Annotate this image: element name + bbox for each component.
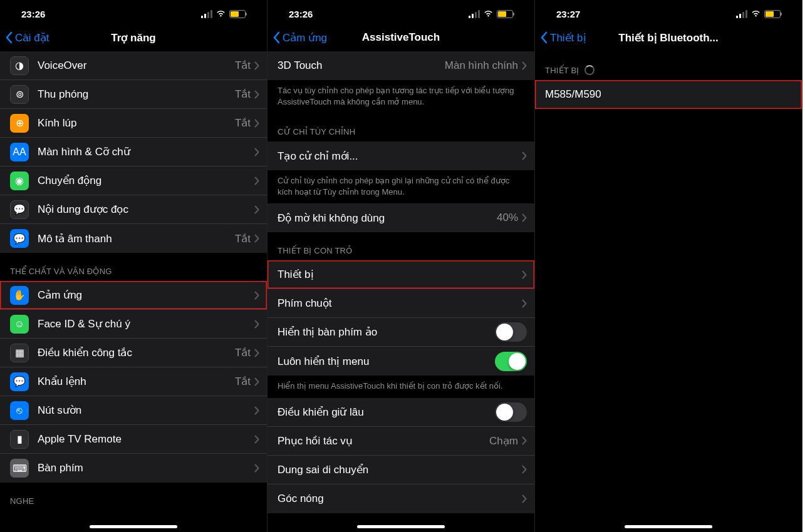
- settings-row[interactable]: Điều khiển giữ lâu: [267, 398, 534, 427]
- tv-remote-icon: ▮: [10, 430, 29, 449]
- section-header-label: CỬ CHỈ TÙY CHỈNH: [278, 127, 355, 136]
- switch-icon: ▦: [10, 344, 29, 362]
- voice-ctrl-icon: 💬: [10, 372, 29, 391]
- signal-icon: [201, 10, 212, 18]
- back-label: Thiết bị: [550, 31, 586, 44]
- back-button[interactable]: Cảm ứng: [267, 31, 327, 44]
- settings-list: Tạo cử chỉ mới...: [267, 141, 534, 170]
- settings-row[interactable]: Luôn hiển thị menu: [267, 347, 534, 376]
- text-size-icon: AA: [10, 143, 29, 161]
- back-label: Cài đặt: [15, 31, 49, 44]
- toggle-switch[interactable]: [495, 402, 527, 422]
- chevron-right-icon: [254, 148, 259, 156]
- content-scroll[interactable]: THIẾT BỊM585/M590: [535, 51, 802, 519]
- chevron-right-icon: [254, 90, 259, 99]
- settings-row[interactable]: Dung sai di chuyển: [267, 456, 534, 484]
- settings-row[interactable]: Tạo cử chỉ mới...: [267, 141, 534, 170]
- settings-row[interactable]: ☺Face ID & Sự chú ý: [0, 310, 267, 339]
- spoken-icon: 💬: [10, 200, 29, 219]
- chevron-right-icon: [522, 494, 527, 503]
- status-time: 23:26: [289, 9, 313, 19]
- chevron-right-icon: [522, 270, 527, 279]
- row-label: Thiết bị: [278, 268, 522, 281]
- settings-row[interactable]: 3D TouchMàn hình chính: [267, 51, 534, 80]
- home-indicator[interactable]: [625, 525, 712, 528]
- nav-header: Thiết bị Thiết bị Bluetooth...: [535, 24, 802, 51]
- settings-row[interactable]: Thiết bị: [267, 260, 534, 289]
- row-value: Tắt: [235, 375, 251, 388]
- row-label: Mô tả âm thanh: [38, 232, 235, 245]
- row-label: Apple TV Remote: [38, 433, 254, 446]
- settings-row[interactable]: Góc nóng: [267, 484, 534, 513]
- magnifier-icon: ⊕: [10, 114, 29, 133]
- settings-row[interactable]: ⌨Bàn phím: [0, 454, 267, 483]
- settings-list: Độ mờ khi không dùng40%: [267, 203, 534, 232]
- status-icons: [201, 9, 246, 19]
- chevron-right-icon: [254, 464, 259, 473]
- screen-bluetooth-devices: 23:27 Thiết bị Thiết bị Bluetooth... THI…: [535, 0, 802, 532]
- section-header: THIẾT BỊ: [535, 51, 802, 80]
- settings-row[interactable]: Độ mờ khi không dùng40%: [267, 203, 534, 232]
- back-button[interactable]: Thiết bị: [535, 31, 586, 44]
- chevron-right-icon: [254, 406, 259, 415]
- loading-spinner-icon: [584, 65, 595, 75]
- chevron-left-icon: [540, 31, 548, 44]
- row-label: Góc nóng: [278, 493, 522, 505]
- wifi-icon: [216, 9, 226, 19]
- settings-row[interactable]: 💬Mô tả âm thanhTắt: [0, 224, 267, 253]
- settings-row[interactable]: Phím chuột: [267, 289, 534, 318]
- row-value: 40%: [497, 212, 518, 224]
- settings-row[interactable]: Phục hồi tác vụChạm: [267, 427, 534, 456]
- chevron-right-icon: [522, 151, 527, 160]
- settings-row[interactable]: ⎋Nút sườn: [0, 396, 267, 425]
- toggle-switch[interactable]: [495, 322, 527, 342]
- chevron-right-icon: [254, 320, 259, 329]
- settings-row[interactable]: ◑VoiceOverTắt: [0, 51, 267, 80]
- settings-row[interactable]: ▮Apple TV Remote: [0, 425, 267, 454]
- row-label: Phục hồi tác vụ: [278, 434, 489, 448]
- faceid-icon: ☺: [10, 315, 29, 334]
- content-scroll[interactable]: 3D TouchMàn hình chínhTác vụ tùy chỉnh c…: [267, 51, 534, 519]
- home-indicator[interactable]: [90, 525, 177, 528]
- row-label: Thu phóng: [38, 88, 235, 101]
- chevron-left-icon: [5, 31, 13, 44]
- back-label: Cảm ứng: [283, 31, 327, 44]
- settings-row[interactable]: 💬Khẩu lệnhTắt: [0, 367, 267, 396]
- motion-icon: ◉: [10, 171, 29, 190]
- content-scroll[interactable]: ◑VoiceOverTắt⊚Thu phóngTắt⊕Kính lúpTắtAA…: [0, 51, 267, 519]
- home-indicator[interactable]: [357, 525, 445, 528]
- status-bar: 23:27: [535, 0, 802, 24]
- section-header-label: THIẾT BỊ CON TRỎ: [278, 246, 352, 255]
- row-label: M585/M590: [545, 88, 794, 101]
- settings-row[interactable]: ⊚Thu phóngTắt: [0, 80, 267, 109]
- settings-row[interactable]: ✋Cảm ứng: [0, 281, 267, 310]
- battery-icon: [497, 10, 513, 18]
- settings-row[interactable]: 💬Nội dung được đọc: [0, 195, 267, 224]
- chevron-right-icon: [254, 377, 259, 386]
- battery-icon: [764, 10, 781, 18]
- toggle-switch[interactable]: [495, 352, 527, 371]
- row-value: Tắt: [235, 88, 251, 101]
- settings-row[interactable]: ◉Chuyển động: [0, 166, 267, 195]
- status-icons: [469, 9, 513, 19]
- voiceover-icon: ◑: [10, 56, 29, 75]
- zoom-icon: ⊚: [10, 85, 29, 104]
- settings-list: M585/M590: [535, 80, 802, 109]
- chevron-right-icon: [254, 61, 259, 70]
- chevron-right-icon: [522, 61, 527, 70]
- audio-desc-icon: 💬: [10, 229, 29, 248]
- screen-assistivetouch: 23:26 Cảm ứng AssistiveTouch 3D TouchMàn…: [267, 0, 535, 532]
- section-header: THỂ CHẤT VÀ VẬN ĐỘNG: [0, 253, 267, 281]
- row-label: Độ mờ khi không dùng: [278, 212, 497, 225]
- settings-row[interactable]: M585/M590: [535, 80, 802, 109]
- touch-icon: ✋: [10, 286, 29, 305]
- settings-list: Điều khiển giữ lâuPhục hồi tác vụChạmDun…: [267, 398, 534, 513]
- settings-row[interactable]: Hiển thị bàn phím ảo: [267, 318, 534, 347]
- back-button[interactable]: Cài đặt: [0, 31, 49, 44]
- section-header: CỬ CHỈ TÙY CHỈNH: [267, 113, 534, 141]
- settings-row[interactable]: ▦Điều khiển công tắcTắt: [0, 339, 267, 367]
- settings-row[interactable]: ⊕Kính lúpTắt: [0, 109, 267, 138]
- wifi-icon: [750, 9, 761, 19]
- side-button-icon: ⎋: [10, 401, 29, 420]
- settings-row[interactable]: AAMàn hình & Cỡ chữ: [0, 138, 267, 166]
